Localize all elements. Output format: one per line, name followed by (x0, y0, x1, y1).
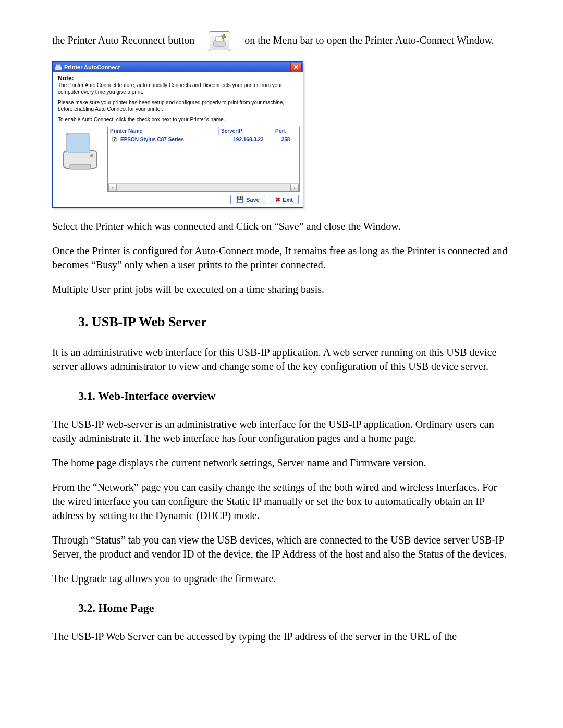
intro-paragraph: the Printer Auto Reconnect button on the… (52, 31, 511, 51)
row-port: 258 (274, 137, 297, 142)
printer-illustration (53, 127, 107, 192)
col-header-port[interactable]: Port (273, 127, 299, 135)
svg-rect-5 (67, 134, 90, 153)
chevron-right-icon: › (294, 185, 296, 190)
close-icon: ✕ (293, 64, 299, 71)
exit-button[interactable]: ✖ Exit (270, 195, 299, 204)
printer-grid: Printer Name ServerIP Port ☑ EPSON Stylu… (107, 127, 300, 192)
paragraph-autoconnect-busy: Once the Printer is configured for Auto-… (52, 244, 511, 272)
note-line-3: To enable Auto Connect, click the check … (58, 117, 298, 124)
sec31-p5: The Upgrade tag allows you to upgrade th… (52, 572, 511, 586)
sec3-intro: It is an administrative web interface fo… (52, 346, 511, 374)
exit-icon: ✖ (275, 196, 280, 203)
row-server-ip: 192.168.3.22 (223, 137, 274, 142)
col-header-ip[interactable]: ServerIP (219, 127, 273, 135)
note-block: Note: The Printer Auto Connect feature, … (53, 72, 303, 127)
paragraph-select-save: Select the Printer which was connected a… (52, 219, 511, 233)
note-line-1: The Printer Auto Connect feature, automa… (58, 82, 298, 95)
row-checkbox[interactable]: ☑ (110, 137, 118, 142)
printer-icon (55, 64, 62, 71)
svg-rect-3 (56, 65, 60, 67)
sec31-p3: From the “Network” page you can easily c… (52, 480, 511, 523)
paragraph-multi-user: Multiple User print jobs will be execute… (52, 282, 511, 297)
save-label: Save (246, 196, 260, 203)
intro-after: on the Menu bar to open the Printer Auto… (244, 34, 494, 46)
save-button[interactable]: 💾 Save (230, 195, 265, 204)
exit-label: Exit (283, 196, 293, 203)
sec31-p1: The USB-IP web-server is an administrati… (52, 417, 511, 446)
sec32-p1: The USB-IP Web Server can be accessed by… (52, 630, 511, 644)
printer-auto-reconnect-button[interactable] (209, 31, 230, 51)
save-icon: 💾 (236, 196, 244, 203)
scroll-right-button[interactable]: › (290, 184, 299, 191)
chevron-left-icon: ‹ (112, 185, 114, 190)
heading-home-page: 3.2. Home Page (78, 601, 511, 615)
grid-row[interactable]: ☑ EPSON Stylus C87 Series 192.168.3.22 2… (108, 135, 299, 143)
heading-usbip-web-server: 3. USB-IP Web Server (78, 314, 511, 330)
note-title: Note: (58, 75, 298, 82)
sec31-p2: The home page displays the current netwo… (52, 456, 511, 470)
col-header-name[interactable]: Printer Name (108, 127, 219, 135)
heading-web-interface-overview: 3.1. Web-Interface overview (78, 389, 511, 403)
row-printer-name: EPSON Stylus C87 Series (118, 137, 223, 142)
horizontal-scrollbar[interactable]: ‹ › (108, 183, 299, 191)
dialog-titlebar: Printer AutoConnect ✕ (53, 62, 303, 72)
intro-before: the Printer Auto Reconnect button (52, 34, 194, 46)
printer-autoconnect-dialog: Printer AutoConnect ✕ Note: The Printer … (52, 61, 303, 208)
note-line-2: Please make sure your printer has been s… (58, 100, 298, 113)
close-button[interactable]: ✕ (290, 63, 302, 72)
scroll-left-button[interactable]: ‹ (108, 184, 117, 191)
sec31-p4: Through “Status” tab you can view the US… (52, 533, 511, 561)
grid-header: Printer Name ServerIP Port (108, 127, 299, 135)
printer-reconnect-icon (211, 33, 228, 49)
dialog-title: Printer AutoConnect (64, 64, 290, 70)
printer-large-icon (59, 129, 101, 176)
svg-rect-7 (70, 164, 91, 169)
svg-point-8 (90, 154, 93, 157)
